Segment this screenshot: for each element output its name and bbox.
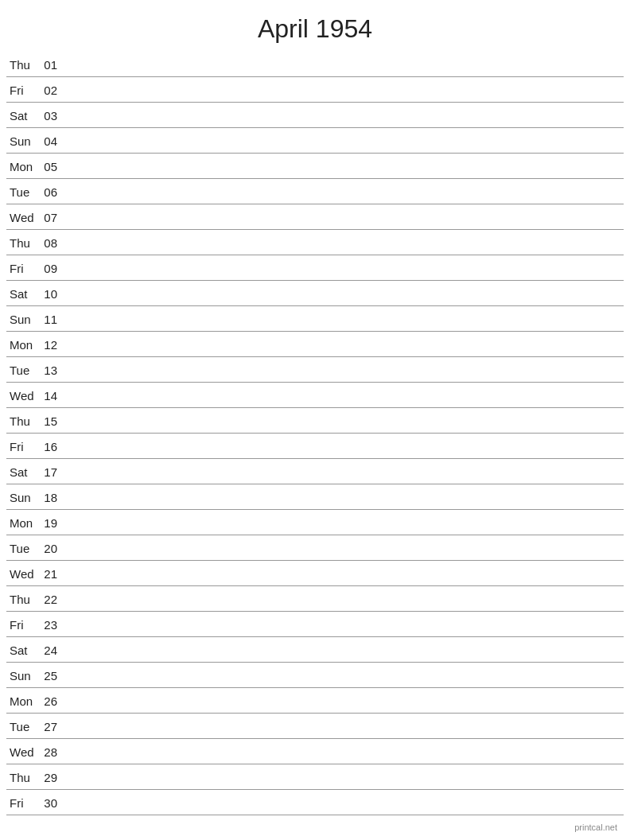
day-number: 09 [41,262,64,275]
day-number: 05 [41,160,64,173]
calendar-row: Mon19 [6,510,624,535]
calendar-row: Sat17 [6,459,624,484]
day-line [64,90,624,91]
day-line [64,650,624,651]
calendar-row: Fri16 [6,434,624,459]
calendar-row: Tue20 [6,535,624,561]
day-line [64,726,624,727]
day-line [64,115,624,116]
day-number: 04 [41,134,64,148]
calendar-row: Mon12 [6,332,624,357]
day-number: 29 [41,771,64,784]
day-number: 19 [41,516,64,530]
day-name: Sun [6,669,41,682]
calendar-row: Sun04 [6,128,624,154]
day-name: Tue [6,542,41,555]
day-name: Wed [6,567,41,581]
day-number: 16 [41,440,64,453]
day-name: Thu [6,58,41,72]
day-name: Wed [6,389,41,402]
calendar-row: Sun18 [6,484,624,510]
calendar-row: Fri30 [6,790,624,815]
day-name: Sun [6,491,41,504]
calendar-row: Fri23 [6,612,624,637]
day-name: Thu [6,236,41,250]
day-line [64,446,624,447]
day-name: Sat [6,644,41,657]
day-line [64,675,624,676]
day-name: Sat [6,287,41,301]
day-number: 22 [41,593,64,606]
day-name: Wed [6,211,41,224]
calendar-row: Thu22 [6,586,624,612]
day-number: 12 [41,338,64,352]
day-line [64,777,624,778]
calendar-row: Sat24 [6,637,624,663]
calendar-row: Fri09 [6,255,624,281]
calendar-row: Tue13 [6,357,624,383]
calendar-row: Tue27 [6,714,624,739]
calendar-row: Wed07 [6,204,624,230]
calendar-row: Sun11 [6,306,624,332]
day-number: 17 [41,465,64,479]
day-name: Fri [6,796,41,810]
calendar-row: Mon05 [6,154,624,179]
day-line [64,217,624,218]
day-line [64,599,624,600]
day-line [64,192,624,192]
day-number: 13 [41,364,64,377]
day-line [64,497,624,498]
day-number: 28 [41,745,64,759]
day-number: 25 [41,669,64,682]
day-name: Sat [6,465,41,479]
day-name: Tue [6,720,41,733]
day-name: Wed [6,745,41,759]
day-line [64,574,624,574]
day-line [64,64,624,65]
calendar-row: Thu15 [6,408,624,434]
day-number: 26 [41,694,64,708]
day-number: 03 [41,109,64,122]
calendar-row: Sun25 [6,663,624,688]
day-number: 07 [41,211,64,224]
page-title: April 1954 [0,0,630,52]
day-number: 21 [41,567,64,581]
day-number: 20 [41,542,64,555]
day-name: Fri [6,84,41,97]
day-name: Thu [6,771,41,784]
day-name: Mon [6,338,41,352]
day-name: Fri [6,262,41,275]
day-line [64,472,624,472]
day-number: 24 [41,644,64,657]
day-number: 10 [41,287,64,301]
day-line [64,141,624,142]
day-number: 11 [41,313,64,326]
day-number: 06 [41,185,64,199]
calendar-row: Thu08 [6,230,624,255]
calendar-container: Thu01Fri02Sat03Sun04Mon05Tue06Wed07Thu08… [0,52,630,815]
day-line [64,166,624,167]
day-number: 02 [41,84,64,97]
day-name: Sun [6,313,41,326]
day-line [64,624,624,625]
day-number: 15 [41,414,64,428]
day-number: 30 [41,796,64,810]
calendar-row: Thu01 [6,52,624,77]
calendar-row: Wed21 [6,561,624,586]
calendar-row: Thu29 [6,764,624,790]
day-line [64,370,624,371]
day-name: Thu [6,414,41,428]
day-line [64,421,624,422]
day-line [64,319,624,320]
calendar-row: Sat10 [6,281,624,306]
day-name: Fri [6,440,41,453]
day-name: Tue [6,185,41,199]
day-line [64,701,624,702]
day-line [64,344,624,345]
day-line [64,752,624,752]
day-name: Tue [6,364,41,377]
day-line [64,803,624,803]
footer-credit: printcal.net [574,822,617,832]
calendar-row: Wed28 [6,739,624,764]
day-name: Mon [6,694,41,708]
